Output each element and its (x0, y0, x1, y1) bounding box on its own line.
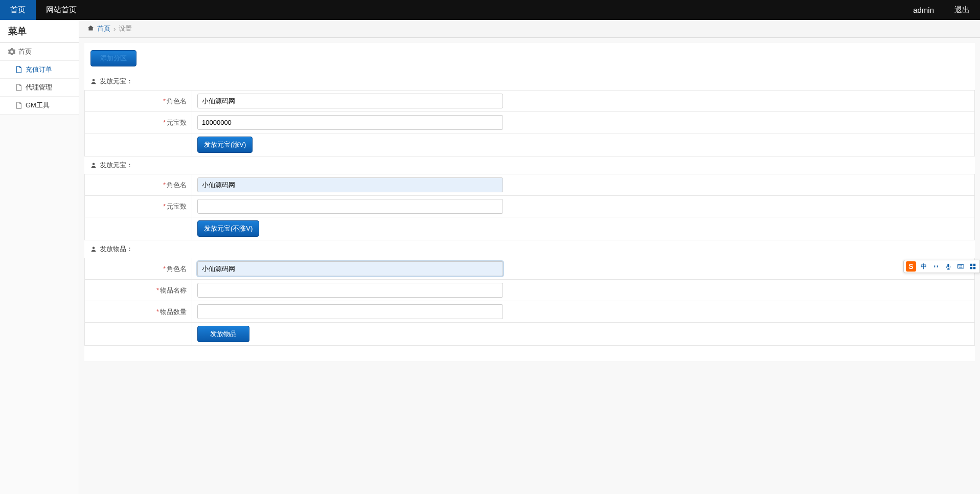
submit-item-button[interactable]: 发放物品 (197, 326, 249, 342)
ime-punct-icon[interactable] (931, 262, 941, 271)
top-navbar: 首页 网站首页 admin 退出 (0, 0, 980, 20)
breadcrumb-sep: › (113, 25, 116, 33)
file-icon (15, 84, 22, 91)
role-name-input-2[interactable] (197, 177, 503, 192)
breadcrumb-current: 设置 (119, 24, 132, 33)
yuanbao-count-input-2[interactable] (197, 199, 503, 214)
svg-rect-6 (973, 264, 975, 266)
yuanbao-count-input-1[interactable] (197, 115, 503, 130)
person-icon (90, 78, 97, 84)
svg-rect-0 (958, 265, 964, 268)
svg-rect-2 (960, 265, 961, 266)
sidebar-item-home[interactable]: 首页 (0, 43, 79, 61)
field-label: 元宝数 (167, 119, 187, 126)
sidebar-item-agent[interactable]: 代理管理 (0, 79, 79, 97)
sidebar-item-gm[interactable]: GM工具 (0, 97, 79, 115)
person-icon (90, 162, 97, 168)
content-panel: 添加分区 发放元宝： *角色名 *元宝数 发放元宝(涨V) 发放元宝： (84, 43, 975, 361)
sidebar: 菜单 首页 充值订单 代理管理 GM工具 (0, 20, 79, 366)
sidebar-item-label: GM工具 (26, 101, 50, 110)
ime-logo-icon[interactable]: S (906, 261, 916, 272)
svg-rect-8 (973, 267, 975, 269)
section-title-2: 发放元宝： (84, 156, 975, 174)
submit-yuanbao-nov-button[interactable]: 发放元宝(不涨V) (197, 220, 259, 237)
breadcrumb-home[interactable]: 首页 (97, 24, 110, 33)
role-name-input-1[interactable] (197, 94, 503, 108)
submit-yuanbao-v-button[interactable]: 发放元宝(涨V) (197, 137, 253, 153)
ime-grid-icon[interactable] (968, 262, 977, 271)
svg-rect-7 (970, 267, 972, 269)
navbar-right: admin 退出 (903, 0, 980, 20)
form-table-3: *角色名 *物品名称 *物品数量 发放物品 (84, 258, 975, 346)
field-label: 物品数量 (160, 308, 187, 316)
section-title-3: 发放物品： (84, 240, 975, 258)
section-title-label: 发放物品： (100, 244, 133, 254)
field-label: 物品名称 (160, 286, 187, 294)
sidebar-title: 菜单 (0, 20, 79, 43)
item-count-input[interactable] (197, 304, 503, 319)
person-icon (90, 246, 97, 252)
field-label: 角色名 (167, 97, 187, 105)
nav-user[interactable]: admin (903, 0, 944, 20)
sidebar-item-recharge[interactable]: 充值订单 (0, 61, 79, 79)
sidebar-item-label: 充值订单 (26, 65, 52, 74)
navbar-left: 首页 网站首页 (0, 0, 87, 20)
nav-logout[interactable]: 退出 (944, 0, 980, 20)
main: 首页 › 设置 添加分区 发放元宝： *角色名 *元宝数 发放元宝(涨V) (79, 20, 980, 361)
home-icon (87, 25, 94, 33)
svg-rect-3 (961, 265, 962, 266)
section-title-1: 发放元宝： (84, 73, 975, 90)
ime-keyboard-icon[interactable] (956, 262, 965, 271)
ime-lang-icon[interactable]: 中 (919, 262, 928, 271)
field-label: 角色名 (167, 265, 187, 273)
add-zone-button[interactable]: 添加分区 (90, 50, 136, 66)
sidebar-item-label: 代理管理 (26, 83, 52, 92)
field-label: 角色名 (167, 181, 187, 189)
role-name-input-3[interactable] (197, 261, 503, 276)
ime-mic-icon[interactable] (944, 262, 953, 271)
svg-rect-1 (959, 265, 960, 266)
nav-tab-home[interactable]: 首页 (0, 0, 36, 20)
ime-toolbar: S 中 (903, 260, 980, 273)
form-table-2: *角色名 *元宝数 发放元宝(不涨V) (84, 174, 975, 240)
section-title-label: 发放元宝： (100, 161, 133, 170)
item-name-input[interactable] (197, 283, 503, 298)
breadcrumb: 首页 › 设置 (79, 20, 980, 38)
form-table-1: *角色名 *元宝数 发放元宝(涨V) (84, 90, 975, 156)
file-icon (15, 102, 22, 109)
nav-tab-site-home[interactable]: 网站首页 (36, 0, 87, 20)
field-label: 元宝数 (167, 203, 187, 210)
svg-rect-5 (970, 264, 972, 266)
svg-rect-4 (959, 267, 963, 267)
sidebar-item-label: 首页 (18, 47, 32, 56)
section-title-label: 发放元宝： (100, 77, 133, 86)
file-icon (15, 66, 22, 73)
gear-icon (8, 48, 15, 55)
